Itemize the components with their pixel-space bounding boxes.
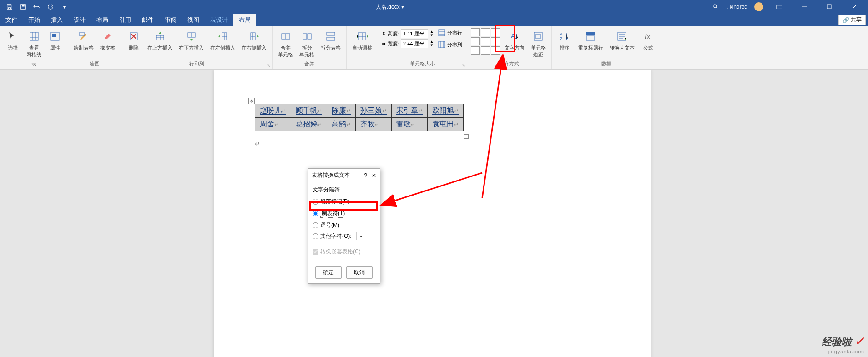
- height-input[interactable]: [401, 29, 428, 38]
- align-bl[interactable]: [471, 46, 480, 55]
- distribute-cols-button[interactable]: 分布列: [437, 40, 463, 49]
- repeat-header-button[interactable]: 重复标题行: [576, 28, 605, 52]
- redo-icon[interactable]: [46, 3, 55, 11]
- table-resize-handle-icon[interactable]: [464, 134, 469, 139]
- align-tc[interactable]: [481, 28, 490, 36]
- draw-table-button[interactable]: 绘制表格: [72, 28, 96, 52]
- select-button[interactable]: 选择: [4, 28, 22, 52]
- table-cell[interactable]: 周舍↵: [255, 118, 291, 131]
- tab-design[interactable]: 设计: [68, 14, 91, 26]
- insert-above-button[interactable]: 在上方插入: [146, 28, 174, 52]
- align-tl[interactable]: [471, 28, 480, 36]
- table-cell[interactable]: 宋引章↵: [392, 104, 428, 118]
- radio-paragraph-input[interactable]: [313, 199, 318, 205]
- group-alignment-label: 对齐方式: [471, 60, 548, 68]
- ok-button[interactable]: 确定: [315, 266, 342, 279]
- table-cell[interactable]: 赵盼儿↵: [255, 104, 291, 118]
- search-icon[interactable]: [712, 3, 720, 11]
- table-cell[interactable]: 陈廉↵: [327, 104, 356, 118]
- dialog-close-icon[interactable]: ✕: [372, 172, 376, 179]
- svg-text:A: A: [560, 32, 563, 36]
- table-cell[interactable]: 葛招娣↵: [291, 118, 327, 131]
- tab-layout[interactable]: 布局: [91, 14, 114, 26]
- tab-table-layout[interactable]: 布局: [233, 14, 256, 26]
- split-table-button[interactable]: 拆分表格: [319, 28, 343, 52]
- other-char-input[interactable]: [356, 232, 366, 240]
- align-tr[interactable]: [491, 28, 500, 36]
- radio-paragraph[interactable]: 段落标记(P): [313, 196, 375, 207]
- table-move-handle-icon[interactable]: ✥: [248, 98, 255, 104]
- align-mc[interactable]: [481, 37, 490, 45]
- width-spinner[interactable]: ▲▼: [430, 40, 434, 47]
- insert-below-button[interactable]: 在下方插入: [177, 28, 206, 52]
- view-gridlines-button[interactable]: 查看 网格线: [25, 28, 43, 59]
- radio-tab-input[interactable]: [313, 211, 318, 216]
- autosave-icon[interactable]: [19, 3, 27, 11]
- insert-left-button[interactable]: 在左侧插入: [208, 28, 237, 52]
- document-title: 人名.docx ▾: [68, 3, 712, 11]
- maximize-button[interactable]: [820, 0, 838, 14]
- cell-margins-button[interactable]: 单元格 边距: [529, 28, 548, 59]
- undo-icon[interactable]: [33, 3, 41, 11]
- tab-references[interactable]: 引用: [114, 14, 136, 26]
- ribbon-display-icon[interactable]: [770, 0, 788, 14]
- rows-cols-launcher-icon[interactable]: ⤡: [267, 63, 271, 68]
- radio-comma[interactable]: 逗号(M): [313, 220, 375, 231]
- minimize-button[interactable]: [795, 0, 813, 14]
- group-draw-label: 绘图: [72, 60, 117, 68]
- table-cell[interactable]: 顾千帆↵: [291, 104, 327, 118]
- align-mr[interactable]: [491, 37, 500, 45]
- dialog-titlebar[interactable]: 表格转换成文本 ? ✕: [308, 169, 380, 182]
- close-button[interactable]: [845, 0, 863, 14]
- cancel-button[interactable]: 取消: [346, 266, 373, 279]
- height-spinner[interactable]: ▲▼: [430, 30, 434, 37]
- align-br[interactable]: [491, 46, 500, 55]
- save-icon[interactable]: [5, 3, 14, 11]
- tab-mailings[interactable]: 邮件: [136, 14, 159, 26]
- align-ml[interactable]: [471, 37, 480, 45]
- delete-label: 删除: [129, 45, 139, 51]
- nested-tables-checkbox[interactable]: 转换嵌套表格(C): [313, 245, 375, 258]
- radio-other-input[interactable]: [313, 233, 318, 239]
- dialog-help-icon[interactable]: ?: [364, 172, 367, 179]
- tab-review[interactable]: 审阅: [159, 14, 182, 26]
- table-row[interactable]: 赵盼儿↵ 顾千帆↵ 陈廉↵ 孙三娘↵ 宋引章↵ 欧阳旭↵: [255, 104, 464, 118]
- table-cell[interactable]: 齐牧↵: [356, 118, 392, 131]
- document-table[interactable]: 赵盼儿↵ 顾千帆↵ 陈廉↵ 孙三娘↵ 宋引章↵ 欧阳旭↵ 周舍↵ 葛招娣↵ 高鹄…: [255, 104, 464, 131]
- table-row[interactable]: 周舍↵ 葛招娣↵ 高鹄↵ 齐牧↵ 雷敬↵ 袁屯田↵: [255, 118, 464, 131]
- table-cell[interactable]: 袁屯田↵: [428, 118, 464, 131]
- avatar[interactable]: [754, 2, 763, 11]
- autofit-button[interactable]: 自动调整: [350, 28, 374, 52]
- insert-right-label: 在右侧插入: [242, 45, 267, 51]
- distribute-rows-button[interactable]: 分布行: [437, 28, 463, 37]
- share-button[interactable]: 🔗 共享: [838, 15, 866, 25]
- table-cell[interactable]: 孙三娘↵: [356, 104, 392, 118]
- merge-cells-button[interactable]: 合并 单元格: [276, 28, 295, 59]
- qat-customize-icon[interactable]: ▾: [60, 3, 68, 11]
- username-label[interactable]: . kindred: [727, 4, 747, 10]
- delete-button[interactable]: 删除: [125, 28, 143, 52]
- table-cell[interactable]: 高鹄↵: [327, 118, 356, 131]
- text-direction-button[interactable]: A 文字方向: [503, 28, 526, 52]
- eraser-button[interactable]: 橡皮擦: [98, 28, 117, 52]
- tab-view[interactable]: 视图: [182, 14, 205, 26]
- table-cell[interactable]: 雷敬↵: [392, 118, 428, 131]
- tab-insert[interactable]: 插入: [45, 14, 68, 26]
- formula-button[interactable]: fx 公式: [639, 28, 657, 52]
- radio-tab[interactable]: 制表符(T): [313, 208, 375, 219]
- table-cell[interactable]: 欧阳旭↵: [428, 104, 464, 118]
- cell-size-launcher-icon[interactable]: ⤡: [462, 63, 465, 68]
- insert-left-label: 在左侧插入: [210, 45, 235, 51]
- tab-home[interactable]: 开始: [23, 14, 45, 26]
- align-bc[interactable]: [481, 46, 490, 55]
- width-input[interactable]: [401, 39, 428, 48]
- properties-button[interactable]: 属性: [46, 28, 64, 52]
- radio-other[interactable]: 其他字符(O):: [313, 231, 375, 241]
- radio-comma-input[interactable]: [313, 222, 318, 228]
- convert-to-text-button[interactable]: 转换为文本: [608, 28, 636, 52]
- tab-file[interactable]: 文件: [0, 14, 23, 26]
- insert-right-button[interactable]: 在右侧插入: [240, 28, 268, 52]
- sort-button[interactable]: AZ 排序: [555, 28, 574, 52]
- tab-table-design[interactable]: 表设计: [205, 14, 233, 26]
- split-cells-button[interactable]: 拆分 单元格: [298, 28, 316, 59]
